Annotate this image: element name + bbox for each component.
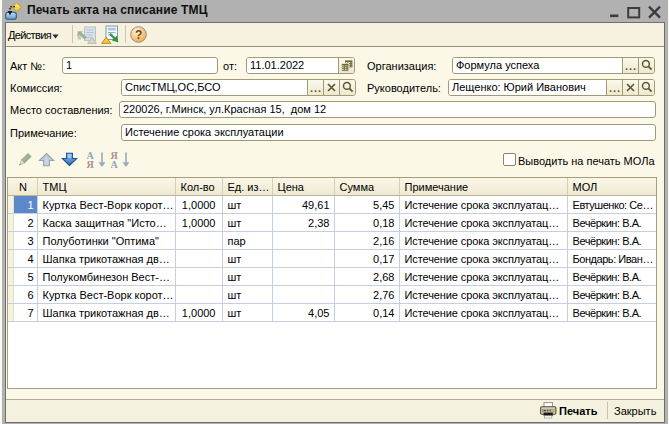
svg-text:?: ? xyxy=(135,28,142,42)
svg-text:А: А xyxy=(111,159,119,169)
svg-text:Я: Я xyxy=(87,159,95,169)
